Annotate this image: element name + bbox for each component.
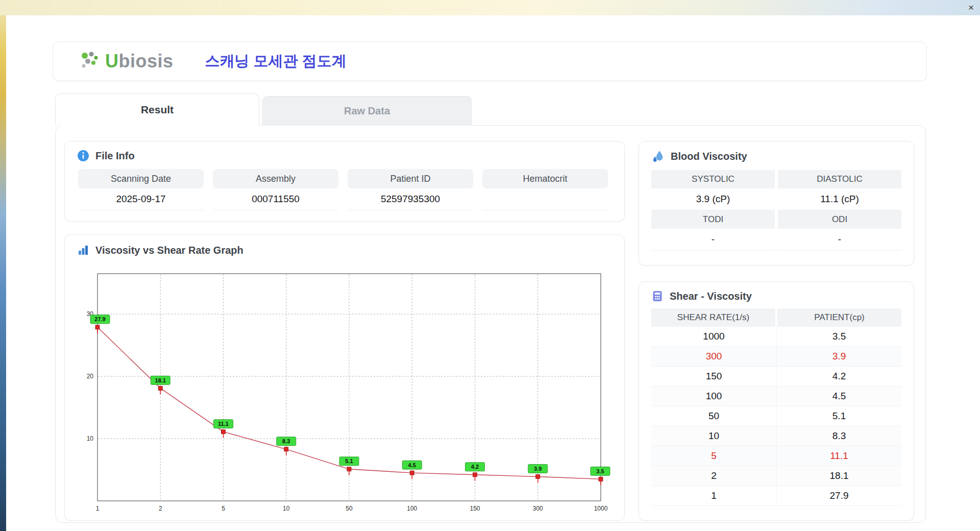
shear-rate-value: 300 — [651, 347, 776, 366]
shear-rate-value: 1000 — [651, 327, 776, 346]
file-info-card: File Info Scanning Date 2025-09-17 Assem… — [64, 141, 625, 222]
todi-header: TODI — [651, 210, 775, 229]
table-row: 10 8.3 — [651, 426, 901, 446]
shear-table-body: 1000 3.5 300 3.9 150 4.2 100 4.5 50 5.1 … — [651, 327, 901, 506]
field-value: 52597935300 — [348, 188, 473, 210]
odi-value: - — [778, 229, 901, 251]
tab-raw-data[interactable]: Raw Data — [262, 96, 472, 126]
title-bar: × — [0, 0, 980, 15]
table-row: 150 4.2 — [651, 367, 901, 387]
table-row: 1 27.9 — [651, 486, 901, 506]
table-row: 2 18.1 — [651, 466, 901, 486]
svg-text:150: 150 — [470, 505, 480, 512]
info-icon — [77, 150, 89, 162]
shear-rate-value: 150 — [651, 367, 776, 386]
field-scanning-date: Scanning Date 2025-09-17 — [78, 169, 204, 210]
diastolic-header: DIASTOLIC — [778, 170, 901, 188]
blood-viscosity-card: Blood Viscosity SYSTOLIC DIASTOLIC 3.9 (… — [639, 141, 914, 266]
svg-text:11.1: 11.1 — [218, 421, 229, 427]
field-value: 000711550 — [213, 188, 338, 210]
svg-text:100: 100 — [407, 505, 417, 512]
table-row: 50 5.1 — [651, 406, 901, 426]
brand-logo-icon — [78, 51, 101, 72]
tab-bar: Result Raw Data — [55, 93, 472, 126]
patient-viscosity-value: 4.5 — [776, 387, 901, 406]
svg-text:10: 10 — [87, 435, 94, 442]
field-patient-id: Patient ID 52597935300 — [348, 169, 473, 210]
table-row: 300 3.9 — [651, 347, 901, 367]
patient-viscosity-value: 18.1 — [776, 466, 901, 486]
svg-text:3.5: 3.5 — [596, 468, 604, 474]
shear-rate-value: 10 — [651, 426, 776, 446]
shear-rate-value: 50 — [651, 406, 776, 426]
svg-text:300: 300 — [533, 505, 543, 512]
graph-title: Viscosity vs Shear Rate Graph — [95, 245, 243, 256]
diastolic-value: 11.1 (cP) — [778, 188, 901, 210]
systolic-header: SYSTOLIC — [651, 170, 775, 188]
tab-result[interactable]: Result — [55, 93, 259, 126]
close-icon[interactable]: × — [968, 0, 974, 15]
field-assembly: Assembly 000711550 — [213, 169, 338, 210]
blood-viscosity-title: Blood Viscosity — [671, 151, 747, 162]
patient-viscosity-value: 3.5 — [776, 327, 901, 346]
patient-viscosity-value: 3.9 — [776, 347, 901, 366]
field-hematocrit: Hematocrit — [482, 169, 608, 210]
patient-column-header: PATIENT(cp) — [777, 308, 901, 327]
patient-viscosity-value: 27.9 — [776, 486, 901, 505]
svg-text:20: 20 — [87, 373, 94, 380]
field-label: Scanning Date — [78, 169, 204, 188]
shear-rate-value: 1 — [651, 486, 776, 505]
field-value — [482, 188, 608, 210]
droplet-icon — [651, 150, 665, 163]
viscosity-graph-card: Viscosity vs Shear Rate Graph 1020301251… — [64, 234, 625, 521]
field-label: Patient ID — [348, 169, 473, 188]
brand-name: Ubiosis — [105, 52, 174, 70]
calculator-icon — [651, 290, 664, 302]
odi-header: ODI — [778, 210, 901, 229]
page-title: 스캐닝 모세관 점도계 — [205, 51, 347, 71]
blood-viscosity-table: SYSTOLIC DIASTOLIC 3.9 (cP) 11.1 (cP) TO… — [651, 170, 901, 251]
svg-text:4.2: 4.2 — [471, 464, 479, 470]
patient-viscosity-value: 4.2 — [776, 367, 901, 386]
table-row: 100 4.5 — [651, 387, 901, 406]
field-label: Hematocrit — [482, 169, 608, 188]
systolic-value: 3.9 (cP) — [651, 188, 775, 210]
svg-text:18.1: 18.1 — [155, 377, 166, 383]
svg-text:50: 50 — [346, 505, 353, 512]
table-row: 5 11.1 — [651, 446, 901, 466]
shear-rate-value: 100 — [651, 387, 776, 406]
brand-logo: Ubiosis — [78, 51, 174, 72]
svg-text:4.5: 4.5 — [408, 462, 416, 468]
desktop-edge-strip — [0, 0, 6, 531]
svg-text:1000: 1000 — [594, 505, 608, 512]
patient-viscosity-value: 11.1 — [776, 446, 901, 466]
svg-text:27.9: 27.9 — [94, 316, 105, 322]
file-info-title: File Info — [95, 150, 135, 162]
viscosity-chart: 1020301251050100150300100027.918.111.18.… — [74, 271, 615, 519]
svg-text:2: 2 — [159, 505, 162, 512]
svg-text:5: 5 — [222, 505, 225, 512]
table-row: 1000 3.5 — [651, 327, 901, 347]
field-label: Assembly — [213, 169, 338, 188]
app-header: Ubiosis 스캐닝 모세관 점도계 — [53, 41, 927, 81]
shear-viscosity-card: Shear - Viscosity SHEAR RATE(1/s) PATIEN… — [639, 281, 914, 521]
svg-text:8.3: 8.3 — [282, 438, 290, 444]
shear-rate-column-header: SHEAR RATE(1/s) — [651, 308, 775, 327]
bar-chart-icon — [77, 244, 89, 256]
patient-viscosity-value: 5.1 — [776, 406, 901, 426]
svg-text:1: 1 — [96, 505, 100, 512]
svg-text:5.1: 5.1 — [345, 458, 353, 464]
svg-text:3.9: 3.9 — [534, 466, 542, 472]
shear-rate-value: 5 — [651, 446, 776, 466]
patient-viscosity-value: 8.3 — [776, 426, 901, 446]
shear-rate-value: 2 — [651, 466, 776, 486]
svg-text:10: 10 — [283, 505, 290, 512]
field-value: 2025-09-17 — [78, 188, 204, 210]
todi-value: - — [651, 229, 775, 251]
shear-table-header: SHEAR RATE(1/s) PATIENT(cp) — [651, 308, 901, 327]
shear-viscosity-title: Shear - Viscosity — [670, 291, 752, 302]
